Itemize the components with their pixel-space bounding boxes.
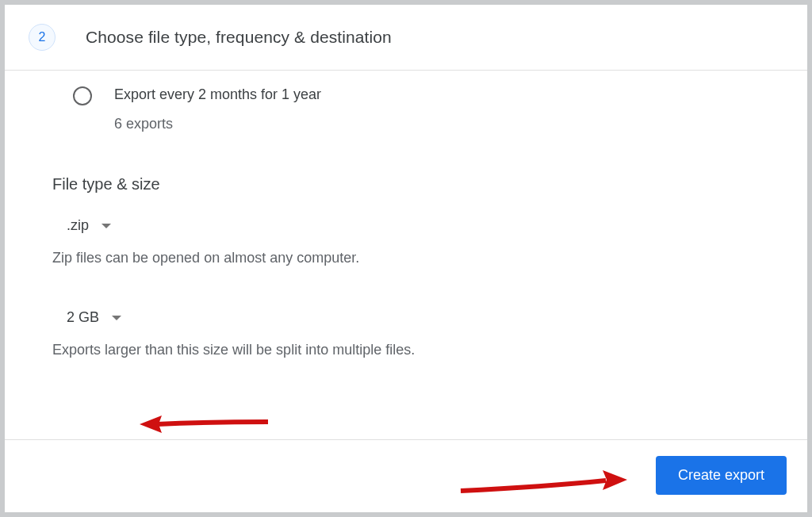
annotation-arrow-size bbox=[140, 412, 270, 436]
panel-header: 2 Choose file type, frequency & destinat… bbox=[5, 5, 807, 71]
panel-content: Export every 2 months for 1 year 6 expor… bbox=[5, 71, 807, 439]
panel-footer: Create export bbox=[5, 439, 807, 512]
radio-text-group: Export every 2 months for 1 year 6 expor… bbox=[114, 86, 321, 132]
caret-down-icon bbox=[112, 316, 121, 320]
file-type-size-heading: File type & size bbox=[52, 175, 760, 193]
radio-unchecked-icon[interactable] bbox=[73, 86, 92, 105]
step-number-badge: 2 bbox=[29, 24, 56, 51]
caret-down-icon bbox=[102, 224, 111, 228]
filesize-value: 2 GB bbox=[67, 309, 99, 326]
filetype-value: .zip bbox=[67, 217, 89, 234]
frequency-option-sublabel: 6 exports bbox=[114, 116, 321, 132]
create-export-button[interactable]: Create export bbox=[656, 456, 787, 495]
filesize-dropdown[interactable]: 2 GB bbox=[52, 303, 128, 332]
export-settings-panel: 2 Choose file type, frequency & destinat… bbox=[5, 5, 807, 512]
filetype-helper-text: Zip files can be opened on almost any co… bbox=[52, 250, 760, 266]
svg-marker-0 bbox=[140, 416, 162, 433]
frequency-option-label: Export every 2 months for 1 year bbox=[114, 86, 321, 103]
panel-title: Choose file type, frequency & destinatio… bbox=[86, 28, 392, 47]
filesize-helper-text: Exports larger than this size will be sp… bbox=[52, 342, 760, 358]
filetype-dropdown[interactable]: .zip bbox=[52, 211, 117, 240]
frequency-option-row[interactable]: Export every 2 months for 1 year 6 expor… bbox=[52, 86, 760, 132]
